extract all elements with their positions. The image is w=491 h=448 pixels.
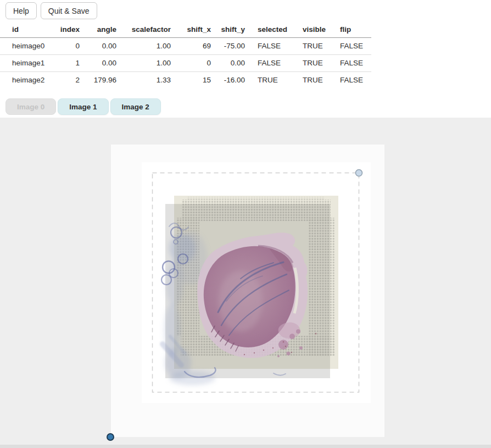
cell-index: 2 bbox=[58, 71, 80, 89]
toolbar: Help Quit & Save bbox=[0, 0, 491, 22]
header-cell-shift-x: shift_x bbox=[171, 22, 211, 37]
cell-selected: FALSE bbox=[245, 37, 303, 54]
anchor-handle[interactable] bbox=[107, 434, 114, 440]
tab-image-0[interactable]: Image 0 bbox=[5, 98, 56, 115]
tab-image-2[interactable]: Image 2 bbox=[110, 98, 161, 115]
cell-id: heimage1 bbox=[0, 54, 58, 71]
cell-flip: FALSE bbox=[340, 54, 371, 71]
cell-shift-x: 69 bbox=[171, 37, 211, 54]
cell-visible: TRUE bbox=[303, 71, 340, 89]
app-root: Help Quit & Save id index angle scalefac… bbox=[0, 0, 491, 448]
table-row: heimage1 1 0.00 1.00 0 0.00 FALSE TRUE F… bbox=[0, 54, 371, 71]
table-header-row: id index angle scalefactor shift_x shift… bbox=[0, 22, 371, 37]
cell-scalefactor: 1.33 bbox=[116, 71, 171, 89]
tab-image-1[interactable]: Image 1 bbox=[58, 98, 108, 115]
cell-shift-x: 0 bbox=[171, 54, 211, 71]
table-row: heimage0 0 0.00 1.00 69 -75.00 FALSE TRU… bbox=[0, 37, 371, 54]
cell-flip: FALSE bbox=[340, 37, 371, 54]
header-cell-id: id bbox=[0, 22, 58, 37]
cell-scalefactor: 1.00 bbox=[116, 54, 171, 71]
cell-angle: 0.00 bbox=[80, 37, 116, 54]
cell-shift-y: -75.00 bbox=[211, 37, 245, 54]
canvas-area bbox=[0, 118, 491, 448]
cell-selected: FALSE bbox=[245, 54, 303, 71]
header-cell-flip: flip bbox=[340, 22, 371, 37]
images-table: id index angle scalefactor shift_x shift… bbox=[0, 22, 371, 89]
cell-id: heimage2 bbox=[0, 71, 58, 89]
cell-id: heimage0 bbox=[0, 37, 58, 54]
cell-flip: FALSE bbox=[340, 71, 371, 89]
cell-angle: 179.96 bbox=[80, 71, 116, 89]
help-button[interactable]: Help bbox=[5, 2, 37, 19]
cell-angle: 0.00 bbox=[80, 54, 116, 71]
cell-index: 1 bbox=[58, 54, 80, 71]
image-tabs: Image 0 Image 1 Image 2 bbox=[5, 98, 491, 115]
cell-scalefactor: 1.00 bbox=[116, 37, 171, 54]
bottom-bar bbox=[0, 445, 491, 448]
table-row: heimage2 2 179.96 1.33 15 -16.00 TRUE TR… bbox=[0, 71, 371, 89]
cell-visible: TRUE bbox=[303, 37, 340, 54]
cell-selected: TRUE bbox=[245, 71, 303, 89]
header-cell-scalefactor: scalefactor bbox=[116, 22, 171, 37]
cell-shift-x: 15 bbox=[171, 71, 211, 89]
header-cell-angle: angle bbox=[80, 22, 116, 37]
header-cell-index: index bbox=[58, 22, 80, 37]
slide-composite-image[interactable] bbox=[161, 196, 338, 385]
cell-shift-y: 0.00 bbox=[211, 54, 245, 71]
resize-handle[interactable] bbox=[356, 170, 362, 176]
header-cell-visible: visible bbox=[303, 22, 340, 37]
cell-visible: TRUE bbox=[303, 54, 340, 71]
header-cell-selected: selected bbox=[245, 22, 303, 37]
cell-index: 0 bbox=[58, 37, 80, 54]
quit-save-button[interactable]: Quit & Save bbox=[41, 2, 97, 19]
cell-shift-y: -16.00 bbox=[211, 71, 245, 89]
header-cell-shift-y: shift_y bbox=[211, 22, 245, 37]
